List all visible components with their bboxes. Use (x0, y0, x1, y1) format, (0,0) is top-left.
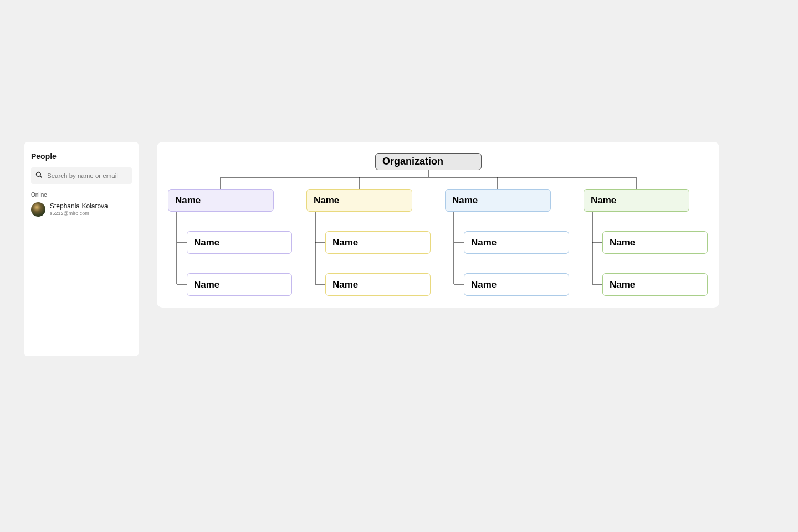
org-leaf-node-1-1[interactable]: Name (325, 273, 431, 296)
search-icon (35, 171, 47, 181)
svg-line-1 (40, 176, 42, 177)
online-header: Online (31, 192, 132, 198)
org-root-node[interactable]: Organization (375, 153, 482, 170)
user-meta: Stephania Kolarova s5212@miro.com (50, 202, 108, 216)
user-email: s5212@miro.com (50, 211, 108, 217)
people-search-input[interactable] (47, 172, 127, 179)
org-leaf-node-3-1[interactable]: Name (602, 273, 708, 296)
org-dept-node-2[interactable]: Name (445, 189, 551, 212)
org-dept-node-3[interactable]: Name (584, 189, 689, 212)
svg-point-0 (37, 172, 41, 177)
org-leaf-node-3-0[interactable]: Name (602, 231, 708, 254)
org-dept-node-1[interactable]: Name (306, 189, 412, 212)
org-leaf-node-1-0[interactable]: Name (325, 231, 431, 254)
people-panel-title: People (31, 152, 132, 161)
people-panel: People Online Stephania Kolarova s5212@m… (24, 142, 139, 356)
org-leaf-node-2-1[interactable]: Name (464, 273, 569, 296)
people-search-field[interactable] (31, 167, 132, 184)
user-row[interactable]: Stephania Kolarova s5212@miro.com (31, 202, 132, 217)
org-chart-canvas[interactable]: Organization Name Name Name Name Name Na… (157, 142, 719, 308)
user-name: Stephania Kolarova (50, 202, 108, 210)
org-leaf-node-0-0[interactable]: Name (187, 231, 292, 254)
org-leaf-node-2-0[interactable]: Name (464, 231, 569, 254)
org-leaf-node-0-1[interactable]: Name (187, 273, 292, 296)
avatar (31, 202, 45, 217)
org-dept-node-0[interactable]: Name (168, 189, 274, 212)
